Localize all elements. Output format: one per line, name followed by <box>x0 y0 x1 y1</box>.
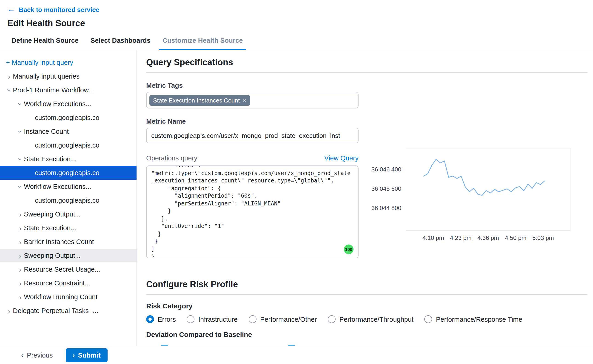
wizard-footer: ‹ Previous › Submit <box>0 346 593 364</box>
chevron-icon <box>6 86 13 94</box>
risk-category-radio[interactable]: Performance/Other <box>249 315 317 323</box>
back-link-label: Back to monitored service <box>19 6 99 13</box>
remove-tag-icon[interactable]: × <box>243 97 246 104</box>
radio-label: Infrastructure <box>198 316 238 323</box>
tree-item[interactable]: Resource Constraint... <box>0 276 137 290</box>
chevron-icon <box>17 293 24 301</box>
operations-query-editor[interactable]: "filter": "metric.type=\"custom.googleap… <box>146 165 358 258</box>
checkbox-icon <box>161 345 168 346</box>
tree-item-label: Resource Secret Usage... <box>24 266 100 273</box>
tree-item-label: custom.googleapis.co <box>35 142 99 149</box>
tree-item[interactable]: Sweeping Output... <box>0 207 137 221</box>
tree-item-label: Barrier Instances Count <box>24 238 94 245</box>
chevron-right-icon: › <box>73 351 75 358</box>
y-tick-label: 36 045 600 <box>371 185 401 192</box>
previous-button-label: Previous <box>27 351 53 359</box>
query-specifications-title: Query Specifications <box>146 58 587 68</box>
x-tick-label: 4:50 pm <box>505 234 527 241</box>
tree-item-label: Workflow Executions... <box>24 183 91 190</box>
deviation-checkbox[interactable]: Lower value is higher risk <box>288 345 374 346</box>
tab-bar: Define Health SourceSelect DashboardsCus… <box>0 34 593 50</box>
operations-query-code: "filter": "metric.type=\"custom.googleap… <box>151 165 353 258</box>
chevron-icon <box>17 224 24 232</box>
risk-category-options: Errors Infrastructure Performance/Other … <box>146 315 587 323</box>
tree-item[interactable]: custom.googleapis.co <box>0 166 137 180</box>
radio-label: Errors <box>158 316 176 323</box>
tree-item-label: Sweeping Output... <box>24 210 81 218</box>
tree-item[interactable]: custom.googleapis.co <box>0 111 137 124</box>
chevron-icon <box>17 252 24 260</box>
operations-query-row: Operations query View Query <box>146 154 358 162</box>
chevron-icon <box>6 307 13 315</box>
metric-name-label: Metric Name <box>146 118 358 125</box>
risk-category-radio[interactable]: Infrastructure <box>187 315 238 323</box>
deviation-checkbox[interactable]: Higher value is higher risk <box>161 345 249 346</box>
submit-button[interactable]: › Submit <box>66 348 108 362</box>
tree-item[interactable]: custom.googleapis.co <box>0 194 137 207</box>
x-tick-label: 4:23 pm <box>450 234 472 241</box>
radio-icon <box>187 315 195 323</box>
view-query-link[interactable]: View Query <box>324 154 358 162</box>
x-tick-label: 5:03 pm <box>532 234 554 241</box>
metric-tag-label: State Execution Instances Count <box>153 97 240 104</box>
tree-item-label: Delegate Perpetual Tasks -... <box>13 307 98 314</box>
configure-risk-profile-title: Configure Risk Profile <box>146 280 358 290</box>
tree-item[interactable]: Workflow Running Count <box>0 290 137 304</box>
y-tick-label: 36 046 400 <box>371 166 401 173</box>
query-fields-column: Metric Tags State Execution Instances Co… <box>146 82 358 290</box>
chevron-icon <box>17 183 24 190</box>
radio-icon <box>249 315 256 323</box>
tab[interactable]: Define Health Source <box>8 37 82 50</box>
page-header: ← Back to monitored service Edit Health … <box>0 0 593 28</box>
tab[interactable]: Customize Health Source <box>159 37 246 50</box>
tree-item[interactable]: Workflow Executions... <box>0 180 137 194</box>
radio-label: Performance/Other <box>260 316 317 323</box>
section-divider <box>146 72 587 73</box>
content-body: + Manually input query Manually input qu… <box>0 50 593 346</box>
tree-item[interactable]: Delegate Perpetual Tasks -... <box>0 304 137 318</box>
section-divider-2 <box>146 294 587 295</box>
chart-x-axis: 4:10 pm4:23 pm4:36 pm4:50 pm5:03 pm <box>406 234 570 241</box>
tree-item[interactable]: State Execution... <box>0 152 137 166</box>
chevron-icon <box>17 279 24 287</box>
metric-tag-chip: State Execution Instances Count × <box>150 95 250 105</box>
tree-item-label: Instance Count <box>24 128 69 135</box>
page-title: Edit Health Source <box>7 18 586 28</box>
back-link[interactable]: ← Back to monitored service <box>7 6 99 13</box>
previous-button[interactable]: ‹ Previous <box>21 351 53 359</box>
tree-item[interactable]: State Execution... <box>0 221 137 235</box>
chevron-icon <box>17 210 24 218</box>
tree-item[interactable]: Workflow Executions... <box>0 97 137 111</box>
tree-item-label: Sweeping Output... <box>24 252 81 259</box>
tree-item[interactable]: Instance Count <box>0 124 137 138</box>
risk-category-radio[interactable]: Performance/Throughput <box>328 315 413 323</box>
tab[interactable]: Select Dashboards <box>87 37 154 50</box>
chevron-icon <box>17 100 24 108</box>
tree-item[interactable]: Prod-1 Runtime Workflow... <box>0 83 137 97</box>
tree-item-label: State Execution... <box>24 155 76 163</box>
tree-item-label: Resource Constraint... <box>24 280 90 287</box>
tree-item[interactable]: Sweeping Output... <box>0 249 137 262</box>
tree-item-label: State Execution... <box>24 224 76 232</box>
add-manual-query-link[interactable]: + Manually input query <box>0 56 137 69</box>
risk-category-radio[interactable]: Performance/Response Time <box>424 315 522 323</box>
metric-name-input[interactable] <box>146 128 358 143</box>
tree-item[interactable]: Manually input queries <box>0 69 137 83</box>
tree-item[interactable]: custom.googleapis.co <box>0 138 137 152</box>
x-tick-label: 4:36 pm <box>477 234 499 241</box>
metric-tags-label: Metric Tags <box>146 82 358 89</box>
metric-tags-input[interactable]: State Execution Instances Count × <box>146 92 358 109</box>
back-arrow-icon: ← <box>7 6 15 13</box>
risk-category-radio[interactable]: Errors <box>146 315 176 323</box>
tree-item-label: Workflow Running Count <box>24 293 98 301</box>
radio-icon <box>328 315 336 323</box>
radio-icon <box>146 315 154 323</box>
tree-item[interactable]: Barrier Instances Count <box>0 235 137 249</box>
operations-query-label: Operations query <box>146 154 197 162</box>
checkbox-label: Higher value is higher risk <box>172 345 249 346</box>
chevron-icon <box>6 72 13 80</box>
query-tree: Manually input queries Prod-1 Runtime Wo… <box>0 69 137 318</box>
chevron-icon <box>17 128 24 135</box>
chevron-icon <box>17 155 24 163</box>
tree-item[interactable]: Resource Secret Usage... <box>0 262 137 276</box>
